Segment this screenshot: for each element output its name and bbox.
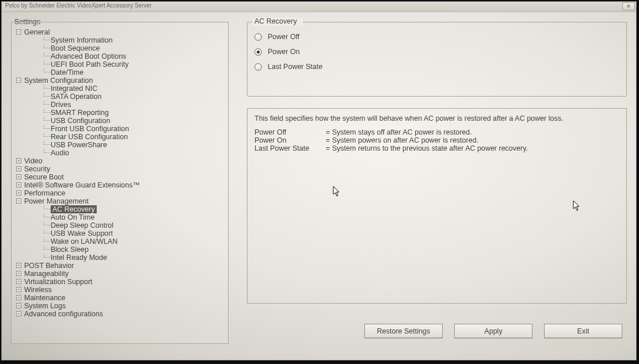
radio-power-on[interactable]: Power On [254, 48, 300, 56]
desc-key: Power Off [254, 128, 326, 136]
tree-advanced-configurations[interactable]: +Advanced configurations [15, 310, 226, 318]
tree-auto-on-time[interactable]: Auto On Time [15, 213, 226, 221]
group-title: AC Recovery [252, 17, 299, 25]
tree-virtualization-support[interactable]: +Virtualization Support [15, 278, 226, 286]
radio-label: Power Off [268, 33, 299, 41]
expand-icon[interactable]: + [16, 295, 21, 300]
tree-video[interactable]: +Video [15, 157, 226, 165]
expand-icon[interactable]: + [16, 271, 21, 276]
tree-manageability[interactable]: +Manageability [15, 270, 226, 278]
tree-post-behavior[interactable]: +POST Behavior [15, 262, 226, 270]
desc-val: System returns to the previous state aft… [326, 144, 528, 152]
settings-tree: − General System Information Boot Sequen… [15, 28, 226, 318]
bios-window: Pelco by Schneider Electric VideoXpert A… [1, 1, 637, 361]
tree-system-configuration[interactable]: − System Configuration [15, 76, 226, 85]
tree-boot-sequence[interactable]: Boot Sequence [15, 44, 226, 52]
tree-wireless[interactable]: +Wireless [15, 286, 226, 294]
close-icon[interactable]: ✕ [622, 2, 635, 10]
expand-icon[interactable]: + [16, 190, 21, 196]
expand-icon[interactable]: + [16, 182, 21, 187]
desc-key: Last Power State [254, 144, 326, 152]
radio-last-power-state[interactable]: Last Power State [254, 63, 322, 71]
collapse-icon[interactable]: − [16, 78, 21, 83]
radio-label: Last Power State [268, 63, 322, 71]
tree-sata-operation[interactable]: SATA Operation [15, 93, 226, 101]
collapse-icon[interactable]: − [16, 198, 21, 204]
tree-audio[interactable]: Audio [15, 149, 226, 157]
desc-row: Last Power State System returns to the p… [254, 144, 619, 152]
radio-label: Power On [268, 48, 300, 56]
tree-front-usb-configuration[interactable]: Front USB Configuration [15, 125, 226, 133]
desc-row: Power Off System stays off after AC powe… [254, 128, 619, 136]
radio-icon[interactable] [254, 33, 262, 41]
titlebar[interactable]: Pelco by Schneider Electric VideoXpert A… [2, 2, 636, 12]
apply-button[interactable]: Apply [454, 324, 532, 338]
desc-val: System stays off after AC power is resto… [326, 128, 472, 136]
description-intro: This field specifies how the system will… [254, 114, 619, 122]
tree-system-information[interactable]: System Information [15, 36, 226, 44]
exit-button[interactable]: Exit [544, 324, 622, 338]
tree-maintenance[interactable]: +Maintenance [15, 294, 226, 302]
tree-power-management[interactable]: − Power Management [15, 197, 226, 205]
collapse-icon[interactable]: − [16, 29, 21, 35]
radio-power-off[interactable]: Power Off [254, 33, 299, 41]
tree-deep-sleep-control[interactable]: Deep Sleep Control [15, 221, 226, 229]
tree-usb-configuration[interactable]: USB Configuration [15, 117, 226, 125]
tree-sgx[interactable]: +Intel® Software Guard Extensions™ [15, 181, 226, 189]
tree-secure-boot[interactable]: +Secure Boot [15, 173, 226, 181]
tree-smart-reporting[interactable]: SMART Reporting [15, 109, 226, 117]
expand-icon[interactable]: + [16, 303, 21, 308]
expand-icon[interactable]: + [16, 174, 21, 179]
expand-icon[interactable]: + [16, 287, 21, 292]
ac-recovery-group: AC Recovery Power Off Power On Last Powe… [247, 22, 627, 97]
tree-rear-usb-configuration[interactable]: Rear USB Configuration [15, 133, 226, 141]
desc-key: Power On [254, 136, 326, 144]
tree-date-time[interactable]: Date/Time [15, 68, 226, 76]
radio-icon[interactable] [254, 63, 262, 71]
expand-icon[interactable]: + [16, 158, 21, 163]
tree-block-sleep[interactable]: Block Sleep [15, 246, 226, 254]
content-panel: AC Recovery Power Off Power On Last Powe… [247, 22, 627, 304]
restore-settings-button[interactable]: Restore Settings [364, 324, 443, 338]
tree-integrated-nic[interactable]: Integrated NIC [15, 85, 226, 93]
desc-val: System powers on after AC power is resto… [326, 136, 478, 144]
tree-security[interactable]: +Security [15, 165, 226, 173]
description-panel: This field specifies how the system will… [247, 108, 627, 304]
tree-intel-ready-mode[interactable]: Intel Ready Mode [15, 254, 226, 262]
tree-system-logs[interactable]: +System Logs [15, 302, 226, 310]
expand-icon[interactable]: + [16, 279, 21, 284]
tree-drives[interactable]: Drives [15, 101, 226, 109]
description-table: Power Off System stays off after AC powe… [254, 128, 619, 152]
tree-performance[interactable]: +Performance [15, 189, 226, 197]
settings-tree-panel: − General System Information Boot Sequen… [11, 22, 229, 344]
tree-advanced-boot-options[interactable]: Advanced Boot Options [15, 52, 226, 60]
tree-ac-recovery[interactable]: AC Recovery [15, 205, 226, 213]
tree-general[interactable]: − General [15, 28, 226, 36]
tree-wake-on-lan-wlan[interactable]: Wake on LAN/WLAN [15, 237, 226, 246]
radio-icon[interactable] [254, 48, 262, 56]
desc-row: Power On System powers on after AC power… [254, 136, 619, 144]
tree-usb-powershare[interactable]: USB PowerShare [15, 141, 226, 149]
button-row: Restore Settings Apply Exit [364, 324, 622, 338]
window-title: Pelco by Schneider Electric VideoXpert A… [5, 2, 151, 9]
tree-uefi-boot-path-security[interactable]: UEFI Boot Path Security [15, 60, 226, 68]
expand-icon[interactable]: + [16, 311, 21, 316]
expand-icon[interactable]: + [16, 263, 21, 268]
tree-usb-wake-support[interactable]: USB Wake Support [15, 229, 226, 237]
expand-icon[interactable]: + [16, 166, 21, 171]
